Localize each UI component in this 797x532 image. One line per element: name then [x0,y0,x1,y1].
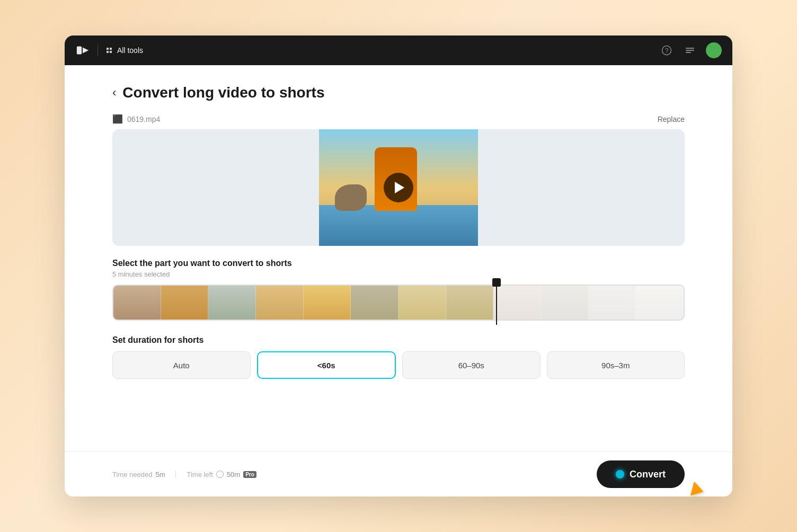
timeline-segment-1 [113,286,161,320]
timeline-segment-7 [398,286,446,320]
logo-icon[interactable] [75,43,90,58]
all-tools-label: All tools [117,46,143,55]
timeline-container[interactable] [112,285,685,321]
page-header: ‹ Convert long video to shorts [112,84,685,101]
timeline-segment-12 [636,286,684,320]
duration-options: Auto <60s 60–90s 90s–3m [112,351,685,379]
file-name-text: 0619.mp4 [127,115,160,123]
timeline-segment-5 [304,286,351,320]
duration-section: Set duration for shorts Auto <60s 60–90s… [112,335,685,379]
timeline-segment-6 [351,286,398,320]
footer: Time needed 5m Time left 50m Pro Convert [65,451,732,496]
topbar: All tools ? [65,36,732,65]
select-part-label: Select the part you want to convert to s… [112,259,685,268]
convert-dot-icon [616,470,624,478]
beach-rocks [335,184,367,211]
topbar-right: ? [659,42,722,58]
timeline-strip [112,285,685,321]
timeline-segment-9 [493,286,541,320]
timeline-section: Select the part you want to convert to s… [112,259,685,321]
all-tools-button[interactable]: All tools [105,46,143,55]
clock-icon [216,471,224,478]
duration-label: Set duration for shorts [112,335,685,345]
beach-ocean [319,205,478,246]
time-left-value: 50m [227,471,240,478]
svg-rect-4 [686,48,694,49]
timeline-segment-3 [208,286,256,320]
duration-90s-3m-button[interactable]: 90s–3m [547,351,685,379]
film-icon: ⬛ [112,114,123,124]
svg-text:?: ? [665,47,669,55]
convert-label: Convert [630,469,666,480]
cursor-arrow-icon [690,482,705,496]
scrubber-head [492,278,501,287]
play-button[interactable] [384,173,413,202]
file-name: ⬛ 0619.mp4 [112,114,160,124]
duration-60-90s-button[interactable]: 60–90s [402,351,541,379]
avatar[interactable] [706,42,722,58]
pro-badge: Pro [243,471,256,478]
page-title: Convert long video to shorts [122,84,324,101]
convert-button[interactable]: Convert [597,460,685,488]
duration-60s-button[interactable]: <60s [257,351,396,379]
svg-rect-6 [686,52,691,53]
time-needed-value: 5m [155,471,165,478]
back-button[interactable]: ‹ [112,87,116,99]
file-row: ⬛ 0619.mp4 Replace [112,114,685,124]
scrubber[interactable] [496,280,497,325]
topbar-left: All tools [75,43,143,58]
menu-icon[interactable] [683,43,697,58]
time-needed-item: Time needed 5m [112,471,165,478]
timeline-segment-2 [161,286,209,320]
time-left-label: Time left [187,471,212,478]
main-content: ‹ Convert long video to shorts ⬛ 0619.mp… [65,65,732,451]
help-icon[interactable]: ? [659,43,674,58]
app-window: All tools ? ‹ Convert [65,36,732,496]
duration-auto-button[interactable]: Auto [112,351,251,379]
timeline-segment-10 [541,286,589,320]
svg-rect-0 [77,47,82,55]
video-preview [112,129,685,246]
replace-button[interactable]: Replace [658,115,685,123]
timeline-segment-4 [256,286,304,320]
video-center-frame [319,129,478,246]
selected-duration-label: 5 minutes selected [112,270,685,278]
time-left-item: Time left 50m Pro [187,471,256,478]
timeline-segment-8 [446,286,494,320]
svg-rect-5 [686,50,694,51]
footer-info: Time needed 5m Time left 50m Pro [112,471,256,478]
footer-divider [175,471,176,478]
svg-marker-1 [83,47,88,53]
timeline-segment-11 [589,286,636,320]
time-needed-label: Time needed [112,471,152,478]
play-triangle-icon [395,182,404,193]
topbar-divider [98,45,98,56]
